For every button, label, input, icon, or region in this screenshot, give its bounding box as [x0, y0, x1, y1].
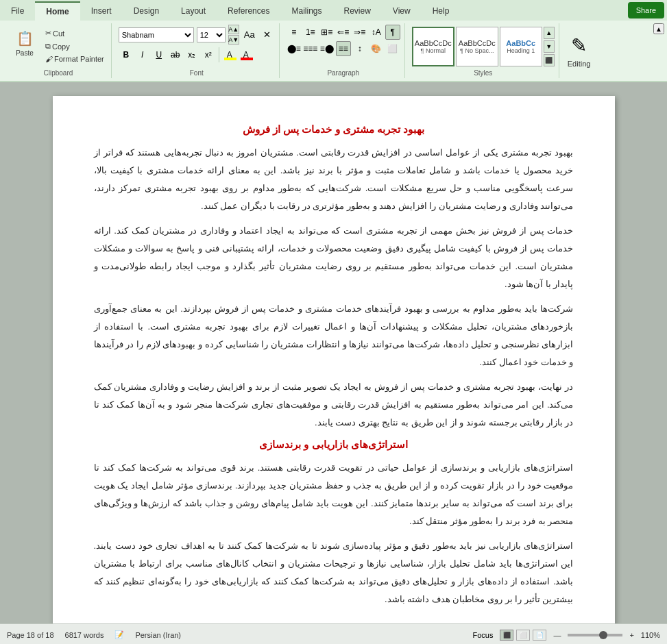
tab-insert[interactable]: Insert [80, 1, 123, 21]
borders-button[interactable]: ⬜ [385, 41, 400, 56]
paste-button[interactable]: 📋 Paste [10, 25, 40, 60]
focus-button[interactable]: Focus [472, 631, 493, 639]
read-mode-button[interactable]: 📄 [533, 630, 546, 641]
bold-button[interactable]: B [119, 47, 134, 62]
underline-button[interactable]: U [151, 47, 167, 62]
tab-review[interactable]: Review [332, 1, 381, 21]
tab-file[interactable]: File [0, 1, 35, 21]
font-size-select[interactable]: 12 [197, 27, 226, 42]
section1-para1: بهبود تجربه مشتری یکی از عوامل اساسی در … [94, 144, 574, 215]
editing-label: Editing [568, 60, 591, 68]
shading-button[interactable]: 🎨 [369, 41, 384, 56]
zoom-level: 110% [641, 631, 660, 639]
align-center-button[interactable]: ≡≡≡ [303, 41, 318, 56]
paste-icon: 📋 [14, 27, 36, 49]
ribbon-collapse-button[interactable]: ▲ [653, 23, 664, 34]
paragraph-label: Paragraph [327, 69, 359, 77]
web-layout-button[interactable]: ⬜ [516, 630, 530, 641]
styles-buttons: AaBbCcDc ¶ Normal AaBbCcDc ¶ No Spac... … [412, 25, 555, 68]
status-left: Page 18 of 18 6817 words 📝 Persian (Iran… [7, 630, 181, 639]
text-highlight-button[interactable]: A [222, 47, 237, 62]
font-name-select[interactable]: Shabnam [119, 27, 194, 42]
copy-button[interactable]: ⧉ Copy [43, 40, 107, 52]
zoom-slider[interactable] [568, 634, 622, 636]
styles-label: Styles [474, 69, 492, 77]
paragraph-group: ≡ 1≡ ⊞≡ ⇐≡ ⇒≡ ↕A ¶ ⬤≡ ≡≡≡ ≡⬤ ≡≡ ↕ 🎨 ⬜ Pa… [282, 23, 405, 78]
divider [219, 47, 219, 62]
tab-design[interactable]: Design [123, 1, 170, 21]
style-normal[interactable]: AaBbCcDc ¶ Normal [412, 27, 454, 66]
language: Persian (Iran) [135, 631, 181, 639]
font-size-buttons: A▲ A▼ [228, 25, 239, 45]
share-button[interactable]: Share [628, 2, 664, 18]
increase-font-size-button[interactable]: A▲ [228, 25, 239, 34]
clear-formatting-button[interactable]: ✕ [260, 27, 275, 42]
font-color-indicator [241, 58, 253, 60]
section2-para1: استراتژی‌های بازاریابی و برندسازی از عوا… [94, 459, 574, 530]
copy-icon: ⧉ [45, 42, 51, 51]
tab-bar: File Home Insert Design Layout Reference… [0, 0, 667, 21]
decrease-font-size-button[interactable]: A▼ [228, 35, 239, 45]
multilevel-list-button[interactable]: ⊞≡ [319, 25, 335, 40]
style-heading1[interactable]: AaBbCc Heading 1 [500, 27, 542, 66]
document-page: بهبود تجربه مشتری و خدمات پس از فروش بهب… [53, 96, 615, 623]
font-name-row: Shabnam 12 A▲ A▼ Aa ✕ [119, 25, 275, 45]
font-color-button[interactable]: A [239, 47, 254, 62]
tab-layout[interactable]: Layout [170, 1, 217, 21]
zoom-thumb [599, 631, 607, 639]
increase-indent-button[interactable]: ⇒≡ [352, 25, 367, 40]
status-right: Focus ⬛ ⬜ 📄 — + 110% [472, 630, 660, 641]
bullets-button[interactable]: ≡ [287, 25, 302, 40]
styles-scroll-down[interactable]: ▼ [544, 40, 555, 53]
tab-mailings[interactable]: Mailings [280, 1, 332, 21]
align-left-button[interactable]: ⬤≡ [287, 41, 302, 56]
status-bar: Page 18 of 18 6817 words 📝 Persian (Iran… [0, 623, 667, 644]
font-label: Font [190, 69, 204, 77]
styles-expand[interactable]: ⬛ [544, 54, 555, 66]
strikethrough-button[interactable]: ab [168, 47, 183, 62]
justify-button[interactable]: ≡≡ [336, 41, 351, 56]
show-hide-button[interactable]: ¶ [385, 25, 400, 40]
decrease-indent-button[interactable]: ⇐≡ [336, 25, 351, 40]
cut-button[interactable]: ✂ Cut [43, 27, 107, 39]
print-layout-button[interactable]: ⬛ [500, 630, 513, 641]
proofing-icon: 📝 [114, 630, 124, 639]
style-no-spacing[interactable]: AaBbCcDc ¶ No Spac... [456, 27, 498, 66]
tab-help[interactable]: Help [422, 1, 461, 21]
zoom-plus-icon: + [629, 631, 633, 639]
page-info: Page 18 of 18 [7, 631, 54, 639]
styles-scroll-up[interactable]: ▲ [544, 27, 555, 39]
tab-view[interactable]: View [382, 1, 422, 21]
ribbon-toolbar: 📋 Paste ✂ Cut ⧉ Copy 🖌 Format Painter [0, 21, 667, 82]
word-count: 6817 words [65, 631, 104, 639]
superscript-button[interactable]: x² [201, 47, 216, 62]
section2-para2: استراتژی‌های بازاریابی نیز باید به‌طور د… [94, 537, 574, 608]
clipboard-label: Clipboard [43, 69, 73, 77]
highlight-color [224, 58, 237, 60]
numbering-button[interactable]: 1≡ [303, 25, 318, 40]
align-right-button[interactable]: ≡⬤ [319, 41, 335, 56]
document-container[interactable]: بهبود تجربه مشتری و خدمات پس از فروش بهب… [0, 82, 667, 623]
cut-icon: ✂ [45, 29, 51, 38]
editing-group: ✎ Editing [562, 23, 596, 78]
clipboard-group: 📋 Paste ✂ Cut ⧉ Copy 🖌 Format Painter [5, 23, 112, 78]
line-spacing-button[interactable]: ↕ [352, 41, 367, 56]
format-painter-button[interactable]: 🖌 Format Painter [43, 53, 107, 64]
editing-icon: ✎ [571, 34, 587, 57]
styles-group: AaBbCcDc ¶ Normal AaBbCcDc ¶ No Spac... … [408, 23, 559, 78]
font-group: Shabnam 12 A▲ A▼ Aa ✕ B I U ab x₂ x² [114, 23, 280, 78]
subscript-button[interactable]: x₂ [184, 47, 199, 62]
tab-references[interactable]: References [217, 1, 280, 21]
paragraph-buttons: ≡ 1≡ ⊞≡ ⇐≡ ⇒≡ ↕A ¶ ⬤≡ ≡≡≡ ≡⬤ ≡≡ ↕ 🎨 ⬜ [287, 25, 400, 56]
styles-scroll-buttons: ▲ ▼ ⬛ [544, 27, 555, 66]
section1-para2: خدمات پس از فروش نیز بخش مهمی از تجربه م… [94, 222, 574, 293]
section1-para3: شرکت‌ها باید به‌طور مداوم به بررسی و بهب… [94, 300, 574, 371]
sort-button[interactable]: ↕A [369, 25, 384, 40]
font-format-row: B I U ab x₂ x² A A [119, 47, 275, 62]
paragraph-row-2: ⬤≡ ≡≡≡ ≡⬤ ≡≡ ↕ 🎨 ⬜ [287, 41, 400, 56]
section1-heading: بهبود تجربه مشتری و خدمات پس از فروش [94, 123, 574, 136]
zoom-minus-icon: — [553, 631, 561, 639]
italic-button[interactable]: I [135, 47, 150, 62]
change-case-button[interactable]: Aa [242, 27, 257, 42]
tab-home[interactable]: Home [35, 1, 80, 21]
